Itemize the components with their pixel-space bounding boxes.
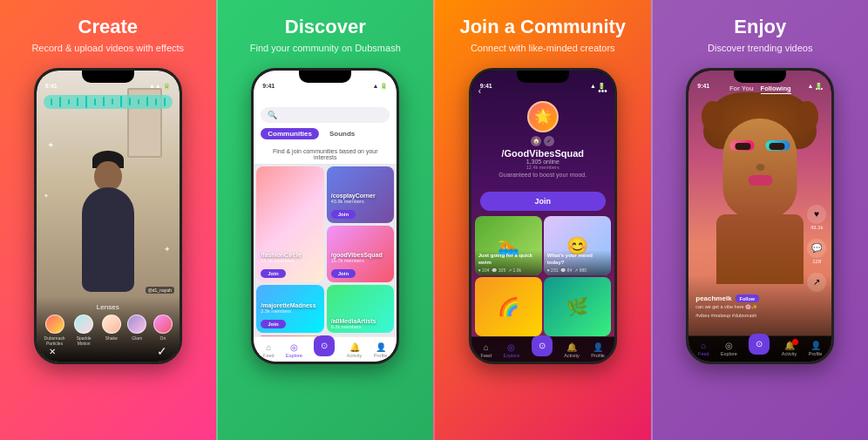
comment-count: 128 — [812, 259, 821, 264]
nav-camera[interactable]: ⊙ — [314, 342, 335, 358]
nav-explore-label: Explore — [286, 353, 302, 358]
nose — [756, 164, 764, 171]
face — [723, 118, 797, 219]
nav-profile-comm[interactable]: 👤 Profile — [591, 342, 605, 358]
nav-feed-enjoy[interactable]: ⌂ Feed — [698, 341, 709, 356]
enjoy-video-bg: For You Following ••• 9:41 ▲ 🔋 ♥ 43.1k — [688, 71, 831, 362]
thumb-stats-2: ♥ 231 💬 64 ↗ 980 — [547, 267, 607, 273]
compass-icon: ◎ — [725, 341, 733, 350]
nav-profile-label: Profile — [591, 353, 605, 358]
status-icons: ▲▲ 🔋 — [149, 83, 171, 90]
time-display: 9:41 — [697, 83, 709, 89]
nav-activity-label: Activity — [782, 351, 797, 356]
share-action[interactable]: ↗ — [807, 273, 826, 292]
lens-glam[interactable]: Glam — [127, 315, 146, 346]
community-card-media[interactable]: /allMediaArtists 8.3k members — [327, 285, 395, 333]
nav-explore-label: Explore — [504, 353, 520, 358]
lens-on[interactable]: On — [153, 315, 173, 346]
person-icon: 👤 — [593, 342, 603, 352]
nav-explore-label: Explore — [721, 351, 737, 356]
nav-profile-enjoy[interactable]: 👤 Profile — [809, 341, 823, 356]
nav-profile[interactable]: 👤 Profile — [374, 342, 388, 358]
lens-dubsmash-particles[interactable]: Dubsmash Particles — [44, 315, 66, 346]
nav-explore-enjoy[interactable]: ◎ Explore — [721, 341, 737, 356]
panel-discover: Discover Find your community on Dubsmash… — [216, 0, 434, 440]
curl-right — [797, 101, 818, 132]
community-card-majorette[interactable]: /majoretteMadness 2.3k members Join — [256, 285, 324, 333]
majorette-info: /majoretteMadness 2.3k members Join — [261, 302, 320, 329]
tab-sounds[interactable]: Sounds — [322, 128, 362, 139]
video-thumb-4[interactable]: 🌿 — [544, 277, 611, 336]
media-name: /allMediaArtists — [331, 318, 390, 324]
goodvibes-info: /goodVibesSquad 16.7k members Join — [331, 252, 390, 279]
cosplay-info: /cosplayCorner 43.9k members Join — [331, 193, 390, 220]
create-video-bg: ✦ ✦ ✦ @d1_nayah Lenses Dubsmash Particle… — [37, 71, 180, 362]
enjoy-caption: can we get a vibe here 🌸✨ — [695, 304, 801, 311]
community-avatar: 🌟 — [527, 101, 559, 132]
nav-camera-enjoy[interactable]: ⊙ — [749, 341, 770, 356]
username-row: peachmelk Follow — [695, 294, 801, 302]
username-tag: @d1_nayah — [146, 287, 174, 294]
sparkle-icon: ✦ — [44, 193, 49, 200]
nav-feed-comm[interactable]: ⌂ Feed — [481, 342, 492, 358]
wave-line — [51, 98, 52, 105]
majorette-join-button[interactable]: Join — [261, 320, 285, 328]
goodvibes-join-button[interactable]: Join — [331, 269, 356, 278]
like-action[interactable]: ♥ 43.1k — [807, 205, 826, 230]
notification-badge — [792, 339, 798, 345]
screen-create: ✦ ✦ ✦ @d1_nayah Lenses Dubsmash Particle… — [37, 71, 180, 362]
status-icons: ▲ 🔋 — [372, 83, 388, 90]
join-community-button[interactable]: Join — [480, 192, 606, 211]
nav-activity-enjoy[interactable]: 🔔 Activity — [782, 341, 797, 356]
video-thumb-2[interactable]: 😊 What's your mood today? ♥ 231 💬 64 ↗ 9… — [544, 216, 611, 275]
community-card-goodvibes[interactable]: /goodVibesSquad 16.7k members Join — [327, 226, 395, 282]
lens-sparkle-motion[interactable]: Sparkle Motion — [72, 315, 95, 346]
community-card-cosplay[interactable]: /cosplayCorner 43.9k members Join — [327, 166, 395, 223]
confirm-button[interactable]: ✓ — [157, 344, 167, 358]
comment-action[interactable]: 💬 128 — [807, 239, 826, 264]
camera-button[interactable]: ⊙ — [749, 334, 770, 355]
nav-feed-label: Feed — [698, 351, 709, 356]
nav-explore[interactable]: ◎ Explore — [286, 342, 302, 358]
camera-button[interactable]: ⊙ — [532, 335, 553, 356]
community-card-fashion[interactable]: /fashionCircle 24.1k members Join — [256, 166, 324, 282]
bottom-controls: Lenses Dubsmash Particles Sparkle Motion — [37, 296, 180, 362]
nav-activity[interactable]: 🔔 Activity — [347, 342, 362, 358]
video-thumb-3[interactable]: 🌈 — [475, 277, 542, 336]
lens-shake[interactable]: Shake — [102, 315, 121, 346]
community-card-candy[interactable]: /eyeCandy 10.7k members — [256, 335, 324, 336]
wave-line — [146, 97, 148, 106]
person-body — [82, 187, 134, 292]
nav-activity-comm[interactable]: 🔔 Activity — [564, 342, 579, 358]
majorette-name: /majoretteMadness — [261, 302, 320, 308]
community-panel-title: Join a Community — [459, 16, 626, 38]
camera-button[interactable]: ⊙ — [314, 335, 335, 356]
nav-activity-label: Activity — [564, 353, 579, 358]
person-icon: 👤 — [810, 341, 821, 350]
community-online-count: 1,305 online — [480, 159, 606, 165]
nav-camera-comm[interactable]: ⊙ — [532, 342, 553, 358]
cosplay-name: /cosplayCorner — [331, 193, 390, 199]
nav-explore-comm[interactable]: ◎ Explore — [504, 342, 520, 358]
wave-line — [138, 99, 139, 105]
media-members: 8.3k members — [331, 324, 390, 329]
time-display: 9:41 — [480, 83, 492, 89]
cosplay-join-button[interactable]: Join — [331, 210, 356, 219]
badge-1: 🏠 — [531, 136, 541, 146]
fashion-join-button[interactable]: Join — [261, 269, 285, 278]
create-title: Create — [78, 16, 138, 38]
search-bar[interactable]: 🔍 — [261, 107, 390, 123]
close-button[interactable]: ✕ — [49, 346, 56, 355]
member-count: 12.4k members — [480, 165, 606, 170]
phone-enjoy: For You Following ••• 9:41 ▲ 🔋 ♥ 43.1k — [686, 68, 834, 364]
thumb-bg-4: 🌿 — [544, 277, 611, 336]
community-videos-grid: 🏊 Just going for a quick swim ♥ 204 💬 10… — [471, 216, 614, 336]
phone-create: ✦ ✦ ✦ @d1_nayah Lenses Dubsmash Particle… — [34, 68, 182, 364]
comment-icon: 💬 — [807, 239, 826, 258]
video-thumb-1[interactable]: 🏊 Just going for a quick swim ♥ 204 💬 10… — [475, 216, 542, 275]
badge-2: ✓ — [544, 136, 554, 146]
lens-circle — [74, 315, 93, 334]
nav-feed[interactable]: ⌂ Feed — [263, 342, 275, 358]
tab-communities[interactable]: Communities — [261, 128, 319, 139]
follow-button[interactable]: Follow — [736, 294, 759, 302]
